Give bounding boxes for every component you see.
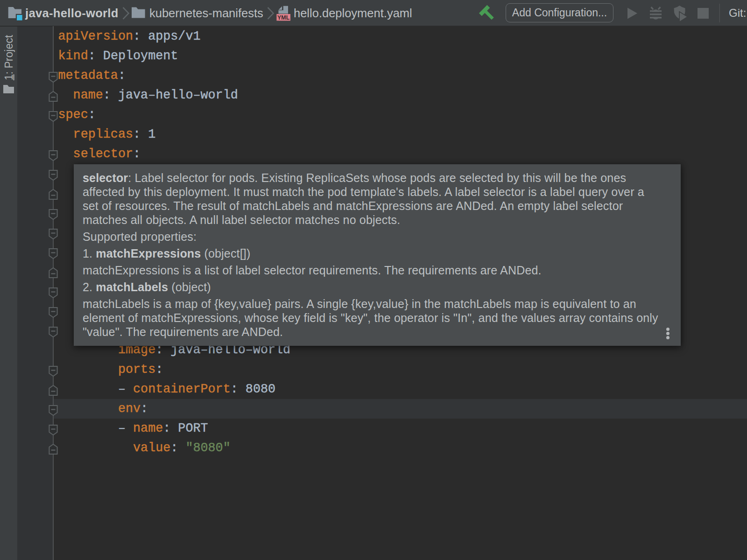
svg-text:YML: YML <box>277 14 290 21</box>
